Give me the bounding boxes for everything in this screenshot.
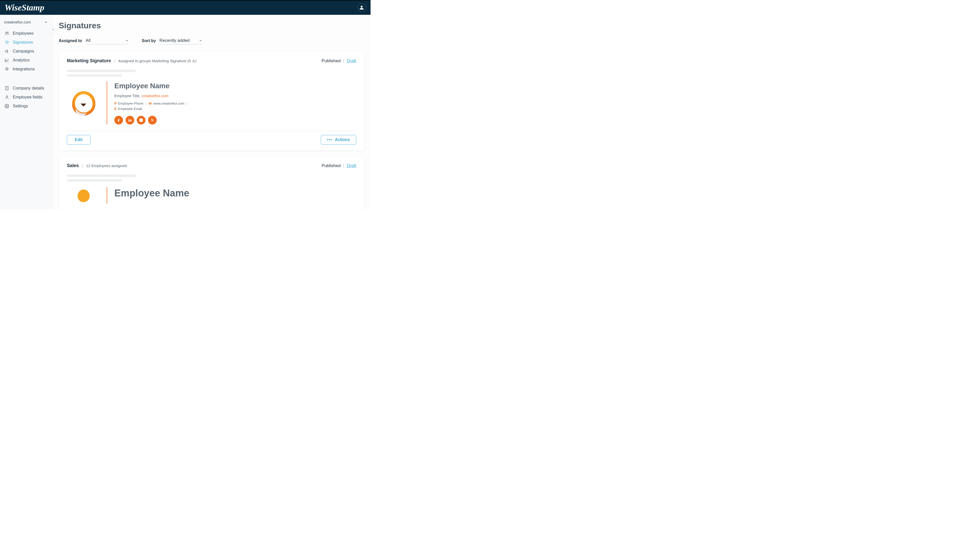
linkedin-icon xyxy=(128,118,132,122)
detail-separator: | xyxy=(186,102,187,105)
svg-marker-2 xyxy=(5,41,9,43)
collapse-sidebar-button[interactable] xyxy=(50,27,56,33)
sidebar-item-employee-fields[interactable]: Employee fields xyxy=(0,93,52,102)
svg-rect-3 xyxy=(6,86,8,90)
sidebar-item-campaigns[interactable]: Campaigns xyxy=(0,47,52,56)
card-header: Sales | 12 Employees assigned Published … xyxy=(67,163,356,168)
sidebar-item-integrations[interactable]: Integrations xyxy=(0,65,52,73)
card-header-left: Marketing Signature | Assigned to groups… xyxy=(67,58,197,64)
card-header: Marketing Signature | Assigned to groups… xyxy=(67,58,356,64)
sidebar-item-analytics[interactable]: Analytics xyxy=(0,56,52,65)
sidebar-nav: Employees Signatures Campaigns Analytics… xyxy=(0,28,52,110)
filter-sort-label: Sort by xyxy=(142,38,156,43)
signature-name: Marketing Signature xyxy=(67,58,111,64)
edit-button[interactable]: Edit xyxy=(67,135,90,144)
signature-fields: Employee Name xyxy=(114,187,189,203)
page-title: Signatures xyxy=(59,21,364,30)
sidebar-item-label: Signatures xyxy=(13,40,33,44)
signature-meta: Assigned to groups Marketing Signature (… xyxy=(118,59,197,63)
company-logo-icon xyxy=(68,89,98,118)
user-icon xyxy=(192,59,195,63)
social-facebook[interactable] xyxy=(115,116,123,124)
svg-point-11 xyxy=(142,119,142,119)
status-published: Published xyxy=(321,163,341,168)
svg-point-6 xyxy=(193,60,194,61)
email-value: Employee Email xyxy=(118,107,142,111)
chevron-left-icon xyxy=(52,28,55,31)
employee-title: Employee Title, xyxy=(115,94,142,98)
skeleton-line xyxy=(67,70,136,72)
svg-point-1 xyxy=(7,32,8,33)
sidebar-item-signatures[interactable]: Signatures xyxy=(0,38,52,47)
skeleton-line xyxy=(67,74,122,77)
social-row xyxy=(115,116,189,124)
sidebar-item-settings[interactable]: Settings xyxy=(0,102,52,110)
detail-separator: | xyxy=(145,102,146,105)
megaphone-icon xyxy=(4,49,10,54)
svg-point-4 xyxy=(6,96,8,97)
card-header-left: Sales | 12 Employees assigned xyxy=(67,163,127,168)
meta-separator: | xyxy=(343,163,344,168)
card-footer: Edit ••• Actions xyxy=(67,130,356,144)
filter-row: Assigned to All Sort by Recently added xyxy=(59,37,364,44)
detail-line-email: EEmployee Email xyxy=(115,107,189,111)
svg-point-10 xyxy=(140,119,142,121)
sidebar-item-label: Campaigns xyxy=(13,49,34,54)
account-menu-button[interactable] xyxy=(357,3,366,12)
filter-assigned-label: Assigned to xyxy=(59,38,82,43)
actions-button[interactable]: ••• Actions xyxy=(321,135,356,144)
sidebar-item-company-details[interactable]: Company details xyxy=(0,84,52,93)
sidebar-item-employees[interactable]: Employees xyxy=(0,29,52,38)
chevron-down-icon xyxy=(125,38,129,44)
meta-separator: | xyxy=(343,59,344,64)
filter-sort-select[interactable]: Recently added xyxy=(159,37,202,44)
building-icon xyxy=(4,86,10,91)
org-name: creativefox.com xyxy=(4,20,31,24)
status-draft-link[interactable]: Draft xyxy=(347,59,356,64)
filter-assigned-value: All xyxy=(86,38,91,43)
card-header-right: Published | Draft xyxy=(321,59,356,64)
chevron-down-icon xyxy=(199,38,202,44)
detail-line-phone-web: PEmployee Phone | Wwww.creativefox.com | xyxy=(115,102,189,105)
top-bar: WiseStamp xyxy=(0,0,371,15)
people-icon xyxy=(4,31,10,36)
filter-assigned-group: Assigned to All xyxy=(59,37,129,44)
chart-icon xyxy=(4,58,10,62)
svg-point-0 xyxy=(6,32,7,33)
social-linkedin[interactable] xyxy=(126,116,134,124)
gear-icon xyxy=(4,104,10,108)
status-published: Published xyxy=(321,59,341,64)
sidebar-item-label: Employee fields xyxy=(13,95,42,100)
signature-divider xyxy=(107,81,107,124)
card-header-right: Published | Draft xyxy=(321,163,356,168)
sidebar-item-label: Analytics xyxy=(13,58,30,62)
web-label: W xyxy=(148,102,151,105)
x-icon xyxy=(151,118,154,122)
svg-rect-7 xyxy=(128,120,129,122)
filter-assigned-select[interactable]: All xyxy=(86,37,129,44)
phone-label: P xyxy=(115,102,117,105)
employee-domain: creativefox.com xyxy=(142,94,169,98)
signature-fields: Employee Name Employee Title, creativefo… xyxy=(114,81,189,124)
signature-logo-wrap xyxy=(67,187,100,203)
web-value: www.creativefox.com xyxy=(153,102,185,105)
meta-separator: | xyxy=(82,164,83,168)
more-icon: ••• xyxy=(327,138,333,142)
puzzle-icon xyxy=(4,67,10,71)
svg-point-8 xyxy=(128,119,129,119)
sidebar-item-label: Settings xyxy=(13,103,28,108)
skeleton-line xyxy=(67,179,122,182)
social-x[interactable] xyxy=(148,116,157,124)
employee-name: Employee Name xyxy=(115,188,189,199)
org-switcher[interactable]: creativefox.com xyxy=(0,18,52,28)
signature-preview: Employee Name Employee Title, creativefo… xyxy=(67,81,356,124)
employee-name: Employee Name xyxy=(115,82,189,90)
company-logo-icon xyxy=(72,188,95,203)
main-content: Signatures Assigned to All Sort by Recen… xyxy=(52,15,371,209)
employee-title-row: Employee Title, creativefox.com xyxy=(115,94,189,98)
signature-logo-wrap xyxy=(67,81,100,124)
signature-card: Sales | 12 Employees assigned Published … xyxy=(59,156,364,209)
social-instagram[interactable] xyxy=(137,116,145,124)
status-draft-link[interactable]: Draft xyxy=(347,163,356,168)
sidebar-item-label: Company details xyxy=(13,86,44,91)
